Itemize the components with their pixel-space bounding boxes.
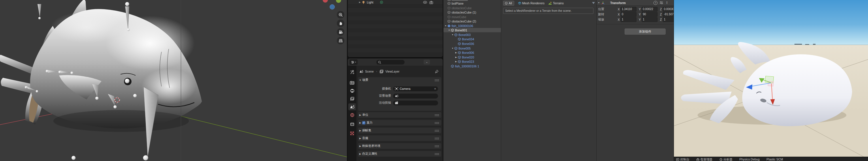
tab-physics-debug[interactable]: Physics Debug [739, 157, 760, 161]
render-camera-icon[interactable] [429, 1, 433, 4]
foldout-icon[interactable]: ▼ [451, 34, 454, 36]
tab-world[interactable] [348, 111, 356, 118]
add-component-button[interactable]: 添加组件 [625, 29, 665, 35]
clear-icon[interactable]: × [434, 87, 436, 91]
drag-handle-icon[interactable] [435, 137, 439, 139]
panel-expand-icon[interactable]: ▶ [358, 153, 362, 155]
foldout-icon[interactable]: ▼ [447, 29, 451, 31]
drag-handle-icon[interactable] [435, 130, 439, 132]
transform-component-header[interactable]: ▼ Transform ? ⋮ [597, 0, 674, 6]
drag-handle-icon[interactable] [435, 79, 439, 81]
unity-game-view[interactable]: 控制台 包管理器 分析器 Physics Debug Plastic SCM [674, 0, 868, 161]
properties-search-input[interactable] [376, 60, 405, 65]
active-clip-field[interactable] [393, 100, 438, 105]
hierarchy-item-fish-100000106[interactable]: ▼ fish_100000106 [443, 24, 501, 28]
panel-audio[interactable]: ▶ 音频 [358, 135, 441, 141]
editor-type-dropdown[interactable]: ▾ [349, 59, 358, 65]
occlusion-tab-all[interactable]: All [503, 1, 514, 5]
scale-x-field[interactable]: 1 [621, 17, 637, 22]
perspective-toggle-button[interactable] [337, 37, 344, 44]
panel-keying-sets[interactable]: ▶ 插帧集 [358, 128, 441, 133]
hierarchy-item-obstaclescube-1[interactable]: obstaclesCube (1) [443, 10, 501, 14]
background-scene-field[interactable] [393, 94, 438, 98]
drag-handle-icon[interactable] [435, 114, 439, 116]
axis-y-label: Y [638, 13, 641, 16]
occlusion-tab-terrains[interactable]: Terrains [548, 1, 563, 5]
panel-expand-icon[interactable]: ▶ [358, 129, 362, 132]
tab-package-manager[interactable]: 包管理器 [696, 157, 713, 161]
position-y-field[interactable]: 0.00022 [642, 7, 657, 11]
hierarchy-item-obstaclescube[interactable]: obstaclesCube [443, 6, 501, 10]
panel-expand-icon[interactable]: ▶ [358, 122, 362, 124]
blender-outliner[interactable]: ▶ Light [348, 0, 443, 57]
scene-data-icon [395, 94, 399, 98]
tab-texture[interactable] [348, 130, 356, 137]
drag-handle-icon[interactable] [435, 145, 439, 147]
outliner-row-light[interactable]: ▶ Light [348, 0, 443, 4]
unity-hierarchy-panel[interactable]: botPlane obstaclesCube obstaclesCube (1)… [443, 0, 501, 161]
blender-3d-viewport[interactable] [0, 0, 347, 161]
hierarchy-item-bone003[interactable]: ▼ Bone003 [443, 33, 508, 37]
pin-icon[interactable] [435, 70, 439, 73]
tab-object[interactable] [348, 121, 356, 128]
presets-icon[interactable] [659, 1, 663, 4]
position-row: 位置 X 1.34110 Y 0.00022 Z 0.00030 [597, 7, 674, 11]
hierarchy-item-fish-100000106-1[interactable]: fish_100000106 1 [443, 64, 505, 68]
panel-custom-properties[interactable]: ▶ 自定义属性 [358, 151, 441, 157]
tab-plastic-scm[interactable]: Plastic SCM [767, 157, 783, 161]
transform-icon [601, 1, 605, 5]
breadcrumb-scene[interactable]: Scene [365, 70, 374, 73]
kebab-menu-icon[interactable]: ⋮ [665, 1, 669, 5]
breadcrumb-viewlayer[interactable]: ViewLayer [385, 70, 399, 73]
position-x-field[interactable]: 1.34110 [621, 7, 637, 11]
panel-gravity[interactable]: ▶ ✓ 重力 [358, 120, 441, 126]
expand-arrow-icon[interactable]: ▶ [359, 1, 362, 3]
hierarchy-item-movecube[interactable]: moveCube [443, 15, 501, 19]
camera-view-button[interactable] [337, 28, 344, 36]
visibility-eye-icon[interactable] [423, 1, 427, 4]
rotation-y-field[interactable]: 90 [642, 12, 657, 17]
foldout-icon[interactable]: ▶ [455, 52, 458, 54]
occlusion-tab-mesh-renderers[interactable]: Mesh Renderers [518, 1, 545, 5]
tab-output[interactable] [348, 87, 356, 94]
panel-rigid-body-world[interactable]: ▶ 刚体世界环境 [358, 143, 441, 149]
hierarchy-item-obstaclescube-2[interactable]: obstaclesCube (2) [443, 19, 501, 23]
hierarchy-item-botplane[interactable]: botPlane [443, 1, 501, 5]
foldout-icon[interactable]: ▶ [455, 56, 458, 59]
hierarchy-item-clipped [447, 0, 451, 1]
tab-console[interactable]: 控制台 [676, 157, 689, 161]
scroll-down-icon[interactable] [592, 1, 595, 4]
pan-tool-button[interactable] [337, 20, 344, 27]
scale-y-field[interactable]: 1 [642, 17, 657, 22]
hierarchy-item-bone001-selected[interactable]: ▼ Bone001 [443, 28, 505, 32]
rotation-x-field[interactable]: 0 [621, 12, 637, 17]
item-label: botPlane [452, 2, 463, 5]
tab-profiler[interactable]: 分析器 [719, 157, 733, 161]
outliner-item-label[interactable]: Light [367, 1, 373, 4]
panel-expand-icon[interactable]: ▶ [358, 145, 362, 148]
gravity-checkbox[interactable]: ✓ [362, 121, 365, 124]
panel-scene-header[interactable]: ▼ 场景 [358, 77, 441, 83]
tab-render[interactable] [348, 79, 356, 86]
foldout-icon[interactable]: ▼ [451, 47, 454, 49]
filter-options-button[interactable]: ⌄ [424, 60, 430, 65]
unity-inspector-panel: ▼ Transform ? ⋮ 位置 X 1.34110 Y 0.00022 Z… [596, 0, 674, 161]
tab-view-layer[interactable] [348, 95, 356, 102]
hierarchy-item-bone005[interactable]: ▼ Bone005 [443, 46, 508, 51]
zoom-tool-button[interactable] [337, 11, 344, 19]
panel-units[interactable]: ▶ 单位 [358, 112, 441, 118]
tab-tool[interactable] [348, 69, 356, 75]
panel-expand-icon[interactable]: ▶ [358, 137, 362, 140]
drag-handle-icon[interactable] [435, 122, 439, 124]
foldout-icon[interactable]: ▼ [444, 25, 447, 27]
gizmo-axis-z-dot[interactable] [330, 4, 335, 9]
tab-scene[interactable] [348, 103, 356, 110]
camera-field[interactable]: Camera × [393, 87, 438, 91]
panel-expand-icon[interactable]: ▶ [358, 114, 362, 116]
axis-y-label: Y [638, 7, 641, 11]
foldout-icon[interactable]: ▶ [455, 61, 458, 63]
drag-handle-icon[interactable] [435, 153, 439, 155]
help-icon[interactable]: ? [653, 1, 657, 5]
foldout-icon[interactable]: ▼ [598, 2, 600, 4]
panel-collapse-icon[interactable]: ▼ [358, 79, 362, 82]
